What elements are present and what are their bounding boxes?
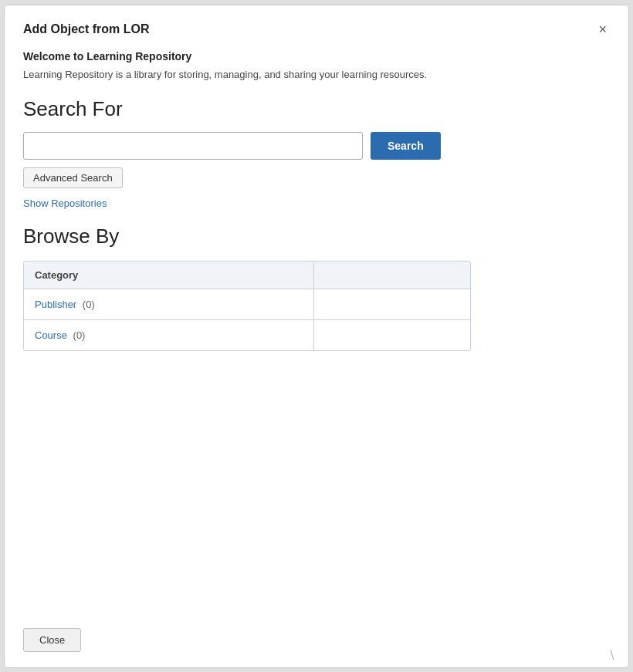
browse-section: Browse By Category Publisher (0): [23, 225, 610, 351]
search-for-heading: Search For: [23, 97, 610, 121]
show-repositories-link[interactable]: Show Repositories: [23, 198, 107, 209]
modal-footer: Close: [23, 613, 610, 652]
modal-container: Add Object from LOR × Welcome to Learnin…: [4, 5, 629, 668]
search-button[interactable]: Search: [371, 132, 441, 160]
browse-table-course-cell: Course (0): [24, 320, 314, 350]
browse-table-header: Category: [24, 262, 470, 289]
search-row: Search: [23, 132, 610, 160]
publisher-link[interactable]: Publisher: [35, 299, 76, 310]
search-input[interactable]: [23, 132, 363, 160]
browse-table-publisher-value: [314, 289, 470, 319]
search-section: Search For Search Advanced Search Show R…: [23, 97, 610, 225]
welcome-title: Welcome to Learning Repository: [23, 50, 610, 62]
publisher-count: (0): [83, 299, 95, 310]
modal-header: Add Object from LOR ×: [23, 21, 610, 38]
browse-by-heading: Browse By: [23, 225, 610, 248]
browse-table-publisher-cell: Publisher (0): [24, 289, 314, 319]
browse-table-category-header: Category: [24, 262, 314, 289]
advanced-search-button[interactable]: Advanced Search: [23, 167, 123, 188]
resize-handle[interactable]: ∖: [608, 649, 621, 661]
welcome-description: Learning Repository is a library for sto…: [23, 67, 610, 83]
browse-table-course-value: [314, 320, 470, 350]
close-button[interactable]: Close: [23, 628, 81, 652]
modal-overlay: Add Object from LOR × Welcome to Learnin…: [0, 0, 633, 672]
welcome-section: Welcome to Learning Repository Learning …: [23, 50, 610, 98]
course-link[interactable]: Course: [35, 329, 67, 341]
modal-title: Add Object from LOR: [23, 22, 150, 36]
browse-table-value-header: [314, 262, 470, 289]
browse-table: Category Publisher (0) Course (0): [23, 261, 471, 351]
course-count: (0): [73, 329, 86, 341]
table-row: Course (0): [24, 319, 470, 350]
modal-close-icon-button[interactable]: ×: [595, 21, 610, 38]
table-row: Publisher (0): [24, 289, 470, 319]
